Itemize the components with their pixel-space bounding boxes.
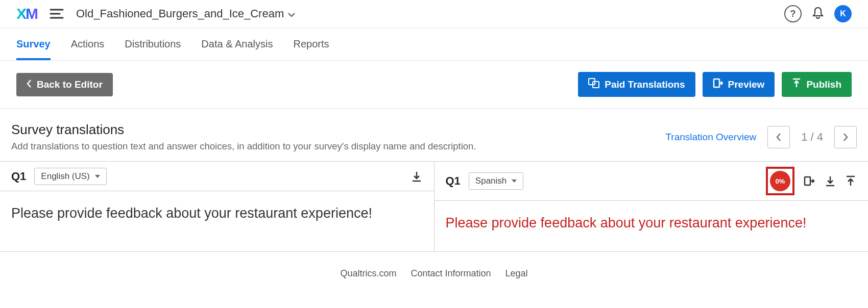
target-language-select[interactable]: Spanish (469, 172, 523, 190)
main-nav-tabs: Survey Actions Distributions Data & Anal… (0, 28, 868, 61)
topbar: XM Old_Fashioned_Burgers_and_Ice_Cream ?… (0, 0, 868, 28)
download-source-icon[interactable] (411, 170, 423, 183)
action-bar: Back to Editor Paid Translations Preview… (0, 61, 868, 109)
page-indicator: 1 / 4 (801, 131, 823, 144)
tab-actions[interactable]: Actions (71, 28, 105, 60)
target-language-label: Spanish (475, 176, 507, 186)
source-question-label: Q1 (11, 170, 26, 183)
upload-translation-icon[interactable] (845, 174, 857, 188)
footer: Qualtrics.com Contact Information Legal (0, 252, 868, 295)
translate-icon (588, 78, 599, 91)
preview-icon (713, 78, 723, 91)
paid-translations-button[interactable]: Paid Translations (578, 72, 695, 97)
help-icon[interactable]: ? (784, 5, 802, 22)
publish-label: Publish (806, 79, 841, 90)
download-translation-icon[interactable] (824, 174, 836, 188)
back-to-editor-button[interactable]: Back to Editor (16, 73, 113, 96)
tab-data-analysis[interactable]: Data & Analysis (201, 28, 273, 60)
tab-distributions[interactable]: Distributions (125, 28, 181, 60)
caret-down-icon (512, 179, 517, 183)
chevron-left-icon (27, 79, 32, 90)
project-name-label: Old_Fashioned_Burgers_and_Ice_Cream (76, 7, 284, 20)
svg-marker-8 (95, 175, 100, 178)
target-question-label: Q1 (446, 174, 461, 188)
target-text[interactable]: Please provide feedback about your resta… (435, 201, 869, 251)
source-header: Q1 English (US) (0, 162, 434, 191)
translation-overview-link[interactable]: Translation Overview (665, 132, 756, 143)
translation-grid: Q1 English (US) Please provide feedback … (0, 161, 868, 252)
export-translation-icon[interactable] (803, 174, 816, 188)
footer-link-legal[interactable]: Legal (505, 268, 528, 279)
project-name-dropdown[interactable]: Old_Fashioned_Burgers_and_Ice_Cream (76, 7, 295, 20)
target-header: Q1 Spanish 0% (435, 162, 869, 201)
svg-rect-12 (805, 177, 810, 185)
target-column: Q1 Spanish 0% Please provide feedback ab… (435, 162, 869, 251)
page-subtitle: Add translations to question text and an… (11, 141, 476, 152)
publish-button[interactable]: Publish (782, 72, 852, 97)
hamburger-menu-icon[interactable] (50, 9, 64, 19)
tab-reports[interactable]: Reports (293, 28, 329, 60)
user-avatar[interactable]: K (834, 5, 852, 22)
section-header: Survey translations Add translations to … (0, 109, 868, 161)
footer-link-qualtrics[interactable]: Qualtrics.com (340, 268, 396, 279)
svg-rect-5 (714, 79, 719, 87)
source-text: Please provide feedback about your resta… (0, 191, 434, 242)
xm-logo[interactable]: XM (16, 5, 37, 22)
page-title: Survey translations (11, 122, 476, 138)
footer-link-contact[interactable]: Contact Information (411, 268, 491, 279)
progress-highlight: 0% (766, 167, 794, 195)
svg-marker-11 (512, 179, 517, 183)
chevron-down-icon (288, 7, 295, 20)
source-column: Q1 English (US) Please provide feedback … (0, 162, 435, 251)
translation-progress-badge[interactable]: 0% (770, 171, 790, 191)
caret-down-icon (95, 175, 100, 178)
paid-translations-label: Paid Translations (605, 79, 685, 90)
preview-label: Preview (728, 79, 765, 90)
preview-button[interactable]: Preview (703, 72, 775, 97)
publish-icon (792, 78, 801, 91)
source-language-label: English (US) (41, 171, 89, 182)
back-to-editor-label: Back to Editor (37, 79, 103, 90)
prev-question-button[interactable] (767, 126, 790, 148)
next-question-button[interactable] (834, 126, 857, 148)
notifications-icon[interactable] (812, 6, 824, 21)
avatar-initial: K (840, 9, 846, 18)
source-language-select[interactable]: English (US) (34, 168, 106, 185)
tab-survey[interactable]: Survey (16, 28, 51, 60)
